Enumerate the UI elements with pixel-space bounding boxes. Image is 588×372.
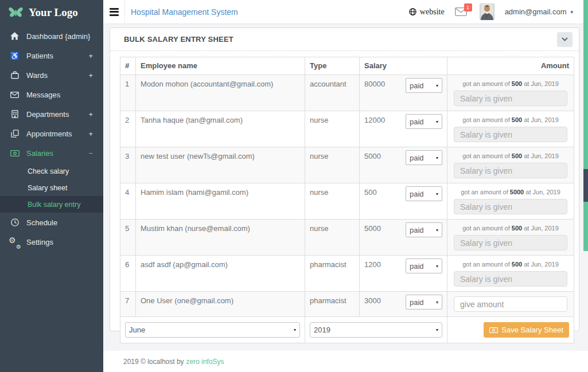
app-title[interactable]: Hospital Management System (131, 7, 238, 17)
money-icon (10, 150, 20, 156)
sidebar-item-appointments[interactable]: Appointments + (0, 124, 103, 143)
employee-name: Hamim islam (hami@gamil.com) (136, 183, 305, 220)
user-menu[interactable]: admin@gmail.com ▾ (505, 7, 573, 16)
employee-type: nurse (305, 147, 360, 183)
footer: 2019 © localhost by zero infoSys (103, 351, 588, 372)
sidebar-item-patients[interactable]: ♿ Patients + (0, 46, 103, 65)
paid-status-select[interactable]: paid▾ (406, 150, 442, 165)
col-header-type: Type (305, 57, 360, 75)
employee-name: One User (one@gmail.com) (136, 292, 305, 317)
save-salary-sheet-button[interactable]: Save Salary Sheet (484, 322, 569, 338)
scrollbar-thumb[interactable] (583, 169, 588, 202)
sidebar-subitem-bulk-salary-entry[interactable]: Bulk salary entry (0, 196, 103, 213)
caret-down-icon: ▾ (436, 155, 438, 160)
collapse-panel-button[interactable] (557, 32, 573, 47)
amount-note: got an amount of 5000 at Jun, 2019 (452, 189, 569, 195)
employee-type: pharmacist (305, 256, 360, 292)
money-icon (489, 327, 498, 333)
sidebar-item-settings[interactable]: ⚙⚙ Settings (0, 232, 103, 252)
logo[interactable]: Your Logo (0, 0, 103, 25)
wheelchair-icon: ♿ (10, 52, 20, 60)
employee-name: asdf asdf (ap@gmail.com) (136, 256, 305, 292)
caret-down-icon: ▾ (436, 228, 438, 233)
employee-type: nurse (305, 220, 360, 256)
col-header-salary: Salary (360, 57, 447, 75)
amount-input (454, 163, 567, 178)
paid-status-select[interactable]: paid▾ (406, 259, 442, 273)
table-row: 2 Tanha haque (tan@gmail.com) nurse 1200… (120, 111, 574, 147)
sidebar-item-salaries[interactable]: Salaries − (0, 143, 103, 163)
clock-icon (10, 218, 20, 226)
table-row: 3 new test user (newTs@gmail.com) nurse … (120, 147, 574, 183)
website-link[interactable]: website (409, 7, 445, 17)
employee-type: nurse (305, 111, 360, 147)
employee-type: nurse (305, 183, 360, 220)
paid-status-select[interactable]: paid▾ (406, 78, 442, 93)
row-num: 7 (120, 292, 136, 317)
main-area: Hospital Management System website 1 adm… (103, 0, 588, 372)
amount-note: got an amount of 500 at Jun, 2019 (452, 152, 569, 159)
salary-value: 5000 (364, 152, 381, 160)
table-row: 7 One User (one@gmail.com) pharmacist 30… (120, 292, 574, 317)
salary-table: # Employee name Type Salary Amount 1 Mod… (120, 57, 574, 343)
paid-status-select[interactable]: paid▾ (406, 114, 442, 129)
caret-down-icon: ▾ (436, 191, 438, 197)
row-num: 5 (120, 220, 136, 256)
scrollbar-track (583, 0, 588, 251)
employee-type: accountant (305, 75, 360, 111)
paid-status-select[interactable]: paid▾ (406, 222, 442, 237)
paid-status-select[interactable]: paid▾ (406, 295, 442, 310)
table-row: 4 Hamim islam (hami@gamil.com) nurse 500… (120, 183, 574, 220)
paid-status-select[interactable]: paid▾ (406, 186, 442, 201)
caret-down-icon: ▾ (436, 119, 438, 124)
row-num: 4 (120, 183, 136, 220)
menu-toggle-icon[interactable] (103, 0, 125, 24)
employee-name: Modon mohon (accountant@gmail.com) (136, 75, 305, 111)
amount-note: got an amount of 500 at Jun, 2019 (452, 116, 569, 123)
caret-down-icon: ▾ (436, 327, 438, 332)
amount-input (454, 127, 567, 142)
panel-title: BULK SALARY ENTRY SHEET (124, 35, 233, 44)
footer-brand-link[interactable]: zero infoSys (186, 358, 224, 366)
amount-input (454, 199, 567, 214)
year-select[interactable]: 2019▾ (310, 322, 442, 338)
user-avatar[interactable] (480, 3, 494, 20)
collapse-minus-icon: − (88, 149, 93, 158)
col-header-amount: Amount (447, 57, 574, 75)
salary-value: 80000 (364, 80, 385, 88)
table-controls-row: June▾ 2019▾ Save Salary Sheet (120, 317, 574, 343)
amount-input (454, 271, 567, 287)
amount-input (454, 235, 567, 250)
amount-note: got an amount of 500 at Jun, 2019 (452, 261, 569, 268)
sidebar-nav: Dashboard {admin} ♿ Patients + Wards + M… (0, 26, 103, 252)
give-amount-input[interactable] (454, 296, 567, 312)
table-header-row: # Employee name Type Salary Amount (120, 57, 574, 75)
col-header-name: Employee name (136, 57, 305, 75)
table-row: 1 Modon mohon (accountant@gmail.com) acc… (120, 75, 574, 111)
globe-icon (409, 8, 416, 15)
expand-plus-icon: + (88, 71, 93, 80)
sidebar-item-departments[interactable]: Departments + (0, 104, 103, 124)
messages-button[interactable]: 1 (455, 7, 467, 16)
notification-badge: 1 (464, 3, 472, 11)
envelope-icon (10, 92, 20, 98)
sidebar-item-dashboard[interactable]: Dashboard {admin} (0, 26, 103, 46)
sidebar: Your Logo Dashboard {admin} ♿ Patients +… (0, 0, 103, 372)
briefcase-icon (10, 71, 20, 79)
row-num: 3 (120, 147, 136, 183)
logo-text: Your Logo (29, 6, 78, 19)
caret-down-icon: ▾ (436, 264, 438, 269)
sidebar-subitem-salary-sheet[interactable]: Salary sheet (0, 179, 103, 196)
expand-plus-icon: + (88, 52, 93, 60)
month-select[interactable]: June▾ (125, 322, 300, 338)
bulk-salary-panel: BULK SALARY ENTRY SHEET # Employee name … (110, 28, 579, 331)
copyright-text: 2019 © localhost by (123, 358, 184, 366)
salary-value: 3000 (364, 296, 381, 305)
sidebar-item-messages[interactable]: Messages (0, 85, 103, 104)
sidebar-subitem-check-salary[interactable]: Check salary (0, 163, 103, 179)
caret-down-icon: ▾ (570, 9, 573, 15)
sidebar-item-wards[interactable]: Wards + (0, 65, 103, 85)
table-row: 6 asdf asdf (ap@gmail.com) pharmacist 12… (120, 256, 574, 292)
sidebar-item-schedule[interactable]: Schedule (0, 213, 103, 232)
expand-plus-icon: + (88, 110, 93, 119)
